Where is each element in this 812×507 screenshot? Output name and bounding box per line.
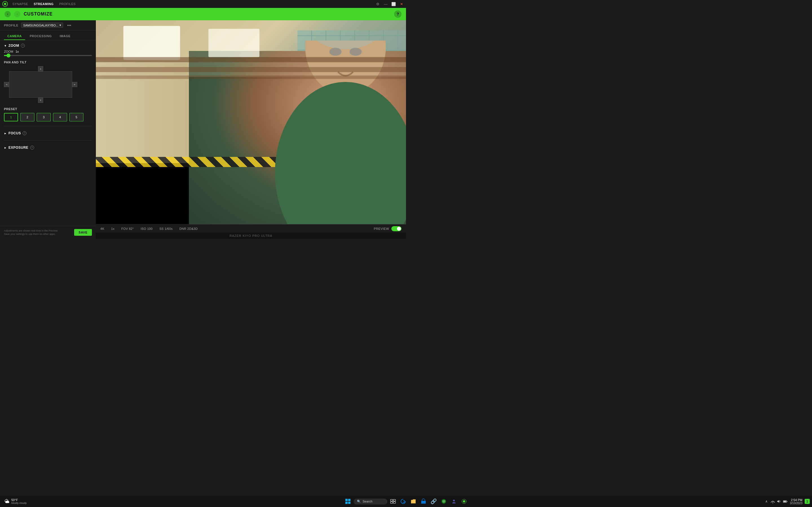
help-button[interactable]: ? — [394, 10, 402, 18]
zoom-info: 1x — [111, 227, 114, 230]
camera-info-bar: 4K 1x FOV 82° ISO 100 SS 1/60s DNR 2D&3D… — [96, 224, 406, 233]
zoom-slider[interactable] — [4, 55, 92, 56]
zoom-value: 1x — [15, 50, 19, 53]
preview-label: PREVIEW — [374, 227, 389, 230]
resolution-info: 4K — [100, 227, 104, 230]
left-panel: PROFILE SAMSUNGGALAXYBO... ▾ ••• CAMERA … — [0, 20, 96, 239]
preset-buttons: 1 2 3 4 5 — [4, 113, 92, 121]
exposure-section[interactable]: ► EXPOSURE ? — [4, 143, 92, 152]
profile-value: SAMSUNGGALAXYBO... — [23, 24, 58, 27]
pan-tilt-container: ▲ ▼ ◄ ► — [4, 66, 77, 103]
profile-bar: PROFILE SAMSUNGGALAXYBO... ▾ ••• — [0, 20, 96, 31]
divider-1 — [4, 126, 92, 126]
device-name: RAZER KIYO PRO ULTRA — [230, 234, 272, 237]
nav-synapse[interactable]: SYNAPSE — [12, 2, 28, 6]
title-bar-left: SYNAPSE STREAMING PROFILES — [2, 1, 75, 7]
divider-2 — [4, 140, 92, 140]
pan-tilt-down-button[interactable]: ▼ — [38, 98, 43, 103]
profile-label: PROFILE — [4, 24, 18, 27]
preset-button-5[interactable]: 5 — [69, 113, 84, 121]
tab-bar: CAMERA PROCESSING IMAGE — [0, 31, 96, 40]
title-bar-nav: SYNAPSE STREAMING PROFILES — [12, 2, 75, 6]
focus-title: FOCUS — [8, 131, 21, 135]
zoom-section-title: ZOOM — [8, 44, 19, 48]
exposure-help-icon[interactable]: ? — [30, 146, 34, 150]
zoom-slider-container — [4, 55, 92, 56]
settings-area: ▼ ZOOM ? ZOOM 1x PAN AND TILT ▲ ▼ ◄ — [0, 40, 96, 226]
pan-tilt-view — [9, 71, 72, 98]
iso-info: ISO 100 — [141, 227, 153, 230]
nav-streaming[interactable]: STREAMING — [34, 2, 54, 6]
exposure-expand-icon: ► — [4, 146, 7, 149]
dropdown-arrow-icon: ▾ — [59, 23, 61, 27]
minimize-button[interactable]: — — [384, 2, 388, 6]
svg-point-1 — [4, 3, 6, 5]
fov-info: FOV 82° — [121, 227, 134, 230]
shutter-info: SS 1/60s — [159, 227, 172, 230]
hint-text: Adjustments are shown real-time in the P… — [4, 229, 58, 236]
svg-rect-11 — [96, 57, 406, 62]
more-options-button[interactable]: ••• — [67, 23, 71, 27]
preview-toggle-group: PREVIEW — [374, 226, 402, 231]
back-button[interactable]: ‹ — [4, 11, 11, 17]
preview-toggle-switch[interactable] — [391, 226, 402, 231]
exposure-title: EXPOSURE — [8, 146, 29, 150]
preset-button-1[interactable]: 1 — [4, 113, 18, 121]
pan-tilt-left-button[interactable]: ◄ — [4, 82, 9, 87]
device-name-bar: RAZER KIYO PRO ULTRA — [96, 233, 406, 239]
pan-tilt-right-button[interactable]: ► — [72, 82, 77, 87]
focus-section[interactable]: ► FOCUS ? — [4, 128, 92, 138]
nav-profiles[interactable]: PROFILES — [59, 2, 75, 6]
bottom-hint-bar: Adjustments are shown real-time in the P… — [0, 226, 96, 239]
preset-button-3[interactable]: 3 — [37, 113, 51, 121]
ceiling-lights — [96, 20, 406, 224]
header-bar: ‹ › CUSTOMIZE ? — [0, 8, 406, 20]
zoom-help-icon[interactable]: ? — [21, 44, 25, 48]
svg-rect-10 — [208, 29, 259, 57]
toggle-knob — [397, 227, 401, 231]
settings-icon[interactable]: ⚙ — [375, 2, 380, 6]
svg-rect-13 — [96, 75, 406, 79]
profile-dropdown[interactable]: SAMSUNGGALAXYBO... ▾ — [21, 22, 63, 28]
zoom-collapse-arrow: ▼ — [4, 44, 7, 47]
tab-processing[interactable]: PROCESSING — [26, 33, 55, 40]
close-button[interactable]: ✕ — [399, 2, 404, 6]
maximize-button[interactable]: ⬜ — [391, 2, 396, 6]
save-button[interactable]: SAVE — [74, 229, 92, 236]
camera-preview — [96, 20, 406, 224]
title-bar: SYNAPSE STREAMING PROFILES ⚙ — ⬜ ✕ — [0, 0, 406, 8]
header-left: ‹ › CUSTOMIZE — [4, 11, 53, 17]
camera-feed — [96, 20, 406, 224]
svg-rect-12 — [96, 67, 406, 72]
page-title: CUSTOMIZE — [24, 11, 53, 17]
focus-help-icon[interactable]: ? — [22, 131, 27, 135]
zoom-slider-thumb[interactable] — [6, 54, 10, 57]
main-content: PROFILE SAMSUNGGALAXYBO... ▾ ••• CAMERA … — [0, 20, 406, 239]
app-logo — [2, 1, 8, 7]
preset-button-4[interactable]: 4 — [53, 113, 67, 121]
tab-image[interactable]: IMAGE — [56, 33, 74, 40]
right-section: 4K 1x FOV 82° ISO 100 SS 1/60s DNR 2D&3D… — [96, 20, 406, 239]
zoom-label-row: ZOOM 1x — [4, 50, 92, 53]
svg-rect-9 — [123, 26, 180, 60]
forward-button[interactable]: › — [14, 11, 20, 17]
dnr-info: DNR 2D&3D — [179, 227, 198, 230]
title-bar-right: ⚙ — ⬜ ✕ — [375, 2, 404, 6]
zoom-label: ZOOM — [4, 50, 13, 53]
preset-label: PRESET — [4, 107, 92, 111]
zoom-section-header[interactable]: ▼ ZOOM ? — [4, 44, 92, 48]
focus-expand-icon: ► — [4, 132, 7, 135]
pan-tilt-label: PAN AND TILT — [4, 61, 92, 64]
tab-camera[interactable]: CAMERA — [4, 33, 25, 40]
preset-button-2[interactable]: 2 — [20, 113, 35, 121]
pan-tilt-up-button[interactable]: ▲ — [38, 66, 43, 71]
